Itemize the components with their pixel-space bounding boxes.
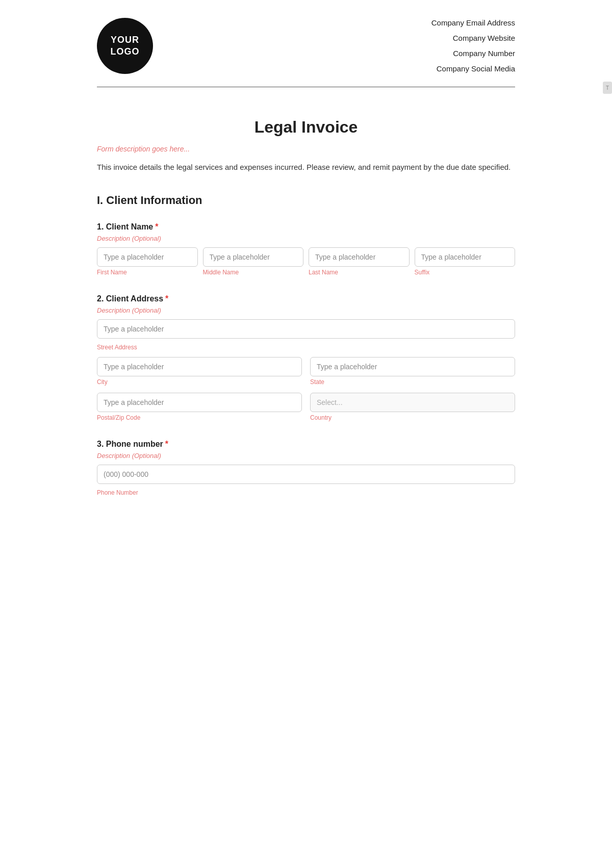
company-social-label: Company Social Media	[431, 61, 515, 76]
q1-lastname-col: Last Name	[309, 247, 410, 276]
page-header: YOUR LOGO Company Email Address Company …	[76, 0, 536, 87]
q2-required-star: *	[165, 294, 168, 303]
q1-middlename-col: Middle Name	[203, 247, 304, 276]
q1-label: 1. Client Name*	[97, 222, 515, 232]
section1-heading: I. Client Information	[97, 194, 515, 207]
q1-fields-row: First Name Middle Name Last Name Suffix	[97, 247, 515, 276]
q3-description: Description (Optional)	[97, 452, 515, 459]
form-title: Legal Invoice	[97, 118, 515, 137]
q1-middlename-input[interactable]	[203, 247, 304, 267]
q1-description: Description (Optional)	[97, 235, 515, 242]
q2-postal-col: Postal/Zip Code	[97, 393, 302, 421]
q2-street-label: Street Address	[97, 344, 515, 351]
q1-suffix-input[interactable]	[415, 247, 516, 267]
q1-suffix-label: Suffix	[415, 269, 516, 276]
company-website-label: Company Website	[431, 31, 515, 46]
q3-phone-input[interactable]	[97, 465, 515, 484]
q3-phone-label: Phone Number	[97, 489, 515, 496]
question-phone: 3. Phone number* Description (Optional) …	[97, 440, 515, 496]
q2-city-col: City	[97, 357, 302, 386]
question-client-address: 2. Client Address* Description (Optional…	[97, 294, 515, 421]
form-intro: This invoice details the legal services …	[97, 161, 515, 173]
q2-state-label: State	[310, 378, 515, 386]
q1-firstname-input[interactable]	[97, 247, 198, 267]
q1-middlename-label: Middle Name	[203, 269, 304, 276]
q1-lastname-label: Last Name	[309, 269, 410, 276]
q2-postal-label: Postal/Zip Code	[97, 414, 302, 421]
q1-lastname-input[interactable]	[309, 247, 410, 267]
company-number-label: Company Number	[431, 46, 515, 61]
q1-firstname-col: First Name	[97, 247, 198, 276]
q2-street-input[interactable]	[97, 319, 515, 339]
main-content: Legal Invoice Form description goes here…	[76, 87, 536, 545]
q2-state-input[interactable]	[310, 357, 515, 376]
q1-suffix-col: Suffix	[415, 247, 516, 276]
q2-state-col: State	[310, 357, 515, 386]
q2-city-label: City	[97, 378, 302, 386]
q2-label: 2. Client Address*	[97, 294, 515, 303]
q3-label: 3. Phone number*	[97, 440, 515, 449]
q2-country-label: Country	[310, 414, 515, 421]
q2-country-select[interactable]: Select...	[310, 393, 515, 412]
q1-required-star: *	[155, 222, 158, 231]
q2-postal-input[interactable]	[97, 393, 302, 412]
q2-city-input[interactable]	[97, 357, 302, 376]
company-logo: YOUR LOGO	[97, 18, 153, 74]
q2-postal-country-row: Postal/Zip Code Select... Country	[97, 393, 515, 421]
company-info-block: Company Email Address Company Website Co…	[431, 15, 515, 76]
company-email-label: Company Email Address	[431, 15, 515, 31]
q2-city-state-row: City State	[97, 357, 515, 386]
q2-country-col: Select... Country	[310, 393, 515, 421]
q2-description: Description (Optional)	[97, 307, 515, 314]
q3-required-star: *	[165, 440, 168, 448]
question-client-name: 1. Client Name* Description (Optional) F…	[97, 222, 515, 276]
form-description: Form description goes here...	[97, 145, 515, 153]
q1-firstname-label: First Name	[97, 269, 198, 276]
